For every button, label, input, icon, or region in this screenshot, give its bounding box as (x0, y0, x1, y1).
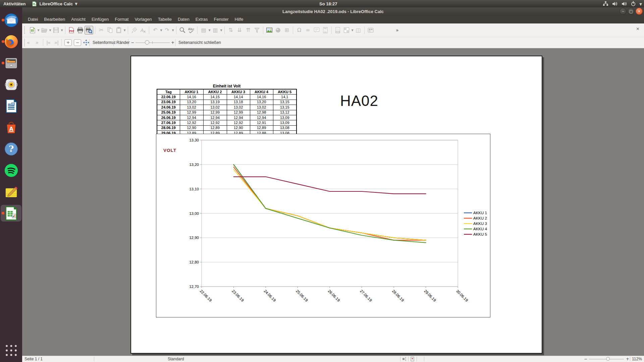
show-applications-button[interactable] (1, 342, 21, 359)
menu-fenster[interactable]: Fenster (211, 15, 231, 23)
insert-comment-icon[interactable] (312, 26, 321, 35)
undo-dropdown[interactable]: ▼ (160, 29, 163, 32)
pivot-table-icon[interactable]: ⊞ (282, 26, 291, 35)
print-icon[interactable] (76, 26, 85, 35)
scale-slider-thumb[interactable] (145, 40, 149, 45)
find-and-replace-icon[interactable] (178, 26, 187, 35)
network-icon[interactable] (603, 1, 608, 6)
close-button[interactable]: × (636, 8, 643, 15)
open-icon[interactable] (40, 26, 49, 35)
menu-format[interactable]: Format (112, 15, 131, 23)
clone-formatting-icon[interactable] (130, 26, 139, 35)
conditional-formatting-dropdown[interactable]: ▼ (351, 29, 354, 32)
menu-daten[interactable]: Daten (175, 15, 193, 23)
dock-item-rhythmbox[interactable] (1, 76, 21, 93)
preview-workspace[interactable]: Einheit ist Volt TagAKKU 1AKKU 2AKKU 3AK… (22, 48, 644, 356)
sort-descending-icon[interactable]: ⇊ (235, 26, 244, 35)
conditional-formatting-icon[interactable] (342, 26, 351, 35)
dock-item-libreoffice-calc[interactable] (1, 205, 21, 222)
svg-text:12,90: 12,90 (189, 236, 199, 240)
new-document-dropdown[interactable]: ▼ (37, 29, 40, 32)
cut-icon[interactable]: ✂ (97, 26, 106, 35)
scale-plus[interactable]: + (171, 37, 174, 48)
close-document-button[interactable]: × (632, 24, 644, 36)
dock-item-firefox[interactable] (1, 33, 21, 50)
activities-button[interactable]: Aktivitäten (3, 1, 25, 6)
insert-object-icon[interactable] (274, 26, 282, 35)
toolbar-grip[interactable] (24, 39, 27, 46)
menu-datei[interactable]: Datei (25, 15, 41, 23)
sort-ascending-icon[interactable]: ⇈ (244, 26, 253, 35)
dock-item-ubuntu-software[interactable]: A (1, 119, 21, 136)
zoom-in-control[interactable]: + (626, 356, 629, 362)
redo-dropdown[interactable]: ▼ (171, 29, 174, 32)
svg-text:13,10: 13,10 (189, 187, 199, 191)
titlebar[interactable]: Langzeitstudie HA02 .2019.ods - LibreOff… (22, 7, 644, 15)
menu-vorlagen[interactable]: Vorlagen (131, 15, 155, 23)
menu-bearbeiten[interactable]: Bearbeiten (41, 15, 68, 23)
menu-einfgen[interactable]: Einfügen (89, 15, 112, 23)
minimize-button[interactable]: − (620, 8, 627, 15)
menu-tabelle[interactable]: Tabelle (155, 15, 175, 23)
system-tray[interactable]: ▼ (603, 0, 642, 7)
open-dropdown[interactable]: ▼ (49, 29, 52, 32)
margins-button[interactable]: Ränder (116, 37, 129, 48)
selection-mode-icon[interactable] (402, 356, 407, 362)
split-window-icon[interactable] (366, 26, 375, 35)
copy-icon[interactable] (106, 26, 114, 35)
dock-item-help[interactable]: ? (1, 140, 21, 157)
paste-icon[interactable] (114, 26, 123, 35)
zoom-level[interactable]: 112% (632, 356, 642, 362)
menu-ansicht[interactable]: Ansicht (68, 15, 89, 23)
volume-icon[interactable] (612, 1, 618, 6)
export-pdf-icon[interactable]: PDF (67, 26, 76, 35)
paste-dropdown[interactable]: ▼ (123, 29, 126, 32)
toolbar-overflow-button[interactable]: » (396, 27, 399, 33)
dock-item-notes[interactable] (1, 183, 21, 200)
page-style-icon[interactable] (333, 26, 342, 35)
power-icon[interactable] (631, 1, 636, 6)
toolbar-grip[interactable] (24, 26, 27, 34)
insert-row-icon[interactable]: ▤ (199, 26, 208, 35)
freeze-panes-icon[interactable]: ◫ (354, 26, 363, 35)
insert-row-dropdown[interactable]: ▼ (208, 29, 211, 32)
page-style-indicator[interactable]: Standard (168, 356, 184, 362)
close-preview-button[interactable]: Seitenansicht schließen (178, 37, 221, 48)
insert-column-dropdown[interactable]: ▼ (220, 29, 223, 32)
menu-extras[interactable]: Extras (193, 15, 211, 23)
chevron-down-icon[interactable]: ▼ (639, 1, 642, 6)
document-modified-icon[interactable]: * (410, 356, 415, 362)
page-format-button[interactable]: Seitenformat (93, 37, 115, 48)
new-document-icon[interactable] (28, 26, 37, 35)
zoom-in-button[interactable]: + (64, 39, 72, 46)
redo-icon[interactable]: ↷ (163, 26, 171, 35)
zoom-out-button[interactable]: − (74, 39, 81, 46)
spelling-icon[interactable]: Abc (187, 26, 196, 35)
scale-slider[interactable] (136, 43, 170, 43)
zoom-out-control[interactable]: − (584, 356, 587, 362)
hyperlink-icon[interactable]: ∞ (304, 26, 312, 35)
save-icon[interactable] (52, 26, 60, 35)
maximize-button[interactable]: ▢ (628, 8, 635, 15)
dock-item-libreoffice-writer[interactable] (1, 98, 21, 114)
clock[interactable]: So 18:27 (319, 0, 337, 7)
save-dropdown[interactable]: ▼ (60, 29, 63, 32)
dock-item-thunderbird[interactable] (1, 12, 21, 28)
special-character-icon[interactable]: Ω (295, 26, 304, 35)
volume-icon[interactable] (621, 1, 627, 6)
app-menu[interactable]: > LibreOffice Calc ▼ (32, 1, 77, 7)
autofilter-icon[interactable] (253, 26, 261, 35)
menu-hilfe[interactable]: Hilfe (232, 15, 247, 23)
insert-image-icon[interactable] (265, 26, 274, 35)
zoom-slider-thumb[interactable] (606, 357, 610, 361)
scale-minus[interactable]: − (131, 37, 134, 48)
sort-icon[interactable]: ⇅ (226, 26, 235, 35)
undo-icon[interactable]: ↶ (151, 26, 160, 35)
headers-footers-icon[interactable] (321, 26, 330, 35)
clear-formatting-icon[interactable]: A (139, 26, 147, 35)
dock-item-files[interactable] (1, 55, 21, 71)
full-screen-icon[interactable] (83, 37, 90, 48)
dock-item-spotify[interactable] (1, 162, 21, 179)
insert-column-icon[interactable]: ▥ (211, 26, 220, 35)
print-preview-icon[interactable] (85, 26, 93, 35)
